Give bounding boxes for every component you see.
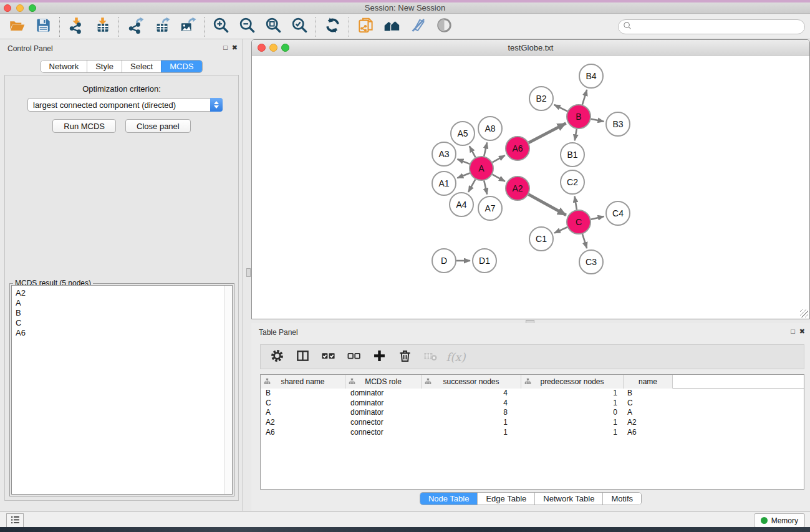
table-cell[interactable]: 1 — [422, 418, 521, 428]
graph-node-A2[interactable]: A2 — [506, 177, 529, 200]
table-cell[interactable]: A6 — [261, 428, 345, 438]
result-scrollbar[interactable] — [224, 286, 232, 494]
zoom-fit-button[interactable] — [263, 16, 284, 37]
network-maximize-button[interactable] — [281, 44, 289, 52]
open-session-button[interactable] — [6, 16, 27, 37]
table-row[interactable]: Adominator80A — [261, 408, 804, 418]
export-image-button[interactable] — [177, 16, 198, 37]
table-settings-button[interactable] — [269, 349, 285, 365]
table-cell[interactable]: 0 — [521, 408, 624, 418]
table-cell[interactable]: B — [261, 389, 345, 399]
graph-node-B3[interactable]: B3 — [606, 112, 630, 136]
deselect-all-button[interactable] — [345, 349, 362, 365]
minimize-window-button[interactable] — [16, 4, 24, 12]
table-cell[interactable]: 1 — [422, 428, 521, 438]
maximize-window-button[interactable] — [29, 4, 36, 12]
edge-C-C3[interactable] — [582, 234, 587, 248]
edge-A-A4[interactable] — [468, 180, 475, 192]
apply-layout-button[interactable] — [322, 16, 343, 37]
table-cell[interactable]: C — [261, 399, 345, 409]
edge-C-C4[interactable] — [591, 216, 604, 220]
graph-node-C3[interactable]: C3 — [579, 250, 603, 274]
graph-node-A8[interactable]: A8 — [478, 117, 502, 140]
graph-node-D1[interactable]: D1 — [473, 249, 496, 273]
edge-A-A1[interactable] — [457, 173, 470, 178]
column-header-MCDS-role[interactable]: MCDS role — [345, 375, 422, 389]
run-mcds-button[interactable]: Run MCDS — [52, 119, 116, 133]
table-cell[interactable]: A2 — [261, 418, 345, 428]
close-panel-icon[interactable]: ✖ — [232, 44, 238, 52]
show-columns-button[interactable] — [294, 349, 311, 365]
graph-node-B1[interactable]: B1 — [561, 143, 584, 167]
table-cell[interactable]: dominator — [345, 408, 422, 418]
graph-node-A7[interactable]: A7 — [478, 196, 502, 220]
tab-style[interactable]: Style — [87, 60, 122, 72]
edge-A-A6[interactable] — [493, 155, 505, 162]
table-cell[interactable]: 1 — [521, 418, 624, 428]
select-all-button[interactable] — [320, 349, 336, 365]
edge-B-B1[interactable] — [575, 129, 577, 141]
graph-node-A5[interactable]: A5 — [451, 122, 475, 145]
save-session-button[interactable] — [32, 16, 54, 37]
edge-A6-B[interactable] — [529, 123, 566, 143]
zoom-in-button[interactable] — [210, 16, 231, 37]
search-box[interactable] — [618, 19, 805, 34]
table-cell[interactable]: connector — [345, 418, 422, 428]
float-table-panel-icon[interactable]: □ — [791, 327, 795, 336]
search-input[interactable] — [633, 22, 789, 32]
criterion-dropdown[interactable]: largest connected component (directed) — [27, 98, 223, 112]
memory-button[interactable]: Memory — [754, 513, 805, 528]
bird-eye-view-button[interactable] — [433, 16, 455, 37]
graph-node-A4[interactable]: A4 — [450, 193, 473, 216]
vertical-splitter-handle[interactable] — [246, 268, 251, 277]
graph-node-B[interactable]: B — [567, 105, 591, 128]
table-cell[interactable]: C — [624, 399, 673, 409]
table-cell[interactable]: 1 — [521, 389, 624, 399]
graph-node-C[interactable]: C — [567, 210, 591, 234]
window-resize-grip[interactable] — [800, 309, 808, 317]
zoom-selected-button[interactable] — [289, 16, 310, 37]
edge-A-A8[interactable] — [484, 142, 487, 156]
zoom-out-button[interactable] — [236, 16, 258, 37]
float-panel-icon[interactable]: □ — [223, 44, 228, 52]
network-close-button[interactable] — [258, 44, 266, 52]
tab-edge-table[interactable]: Edge Table — [477, 493, 534, 505]
mcds-result-textarea[interactable]: A2ABCA6 — [11, 285, 233, 495]
graph-node-A1[interactable]: A1 — [432, 172, 456, 195]
edge-C-C1[interactable] — [554, 227, 567, 233]
graph-node-D[interactable]: D — [432, 249, 456, 273]
tab-network-table[interactable]: Network Table — [534, 493, 602, 505]
add-row-button[interactable] — [371, 349, 387, 365]
graph-node-B2[interactable]: B2 — [529, 87, 553, 110]
edge-A-A2[interactable] — [493, 175, 505, 181]
import-table-button[interactable] — [92, 16, 113, 37]
table-row[interactable]: Bdominator41B — [261, 389, 804, 399]
delete-row-button[interactable] — [397, 349, 413, 365]
column-header-predecessor-nodes[interactable]: predecessor nodes — [521, 375, 624, 389]
graph-node-B4[interactable]: B4 — [579, 64, 603, 88]
edge-B-B2[interactable] — [554, 105, 567, 111]
import-network-button[interactable] — [65, 16, 87, 37]
first-neighbors-button[interactable] — [381, 16, 402, 37]
edge-A-A7[interactable] — [484, 181, 487, 195]
graph-node-A[interactable]: A — [470, 157, 493, 180]
edge-B-B3[interactable] — [591, 119, 604, 122]
graph-node-C1[interactable]: C1 — [529, 227, 553, 251]
edge-A-A3[interactable] — [457, 159, 470, 164]
network-minimize-button[interactable] — [269, 44, 277, 52]
graph-node-C4[interactable]: C4 — [606, 201, 630, 225]
tab-motifs[interactable]: Motifs — [602, 493, 641, 505]
table-cell[interactable]: dominator — [345, 399, 422, 409]
graph-node-A6[interactable]: A6 — [506, 137, 529, 160]
edge-B-B4[interactable] — [582, 90, 587, 105]
table-cell[interactable]: connector — [345, 428, 422, 438]
table-cell[interactable]: A — [261, 408, 345, 418]
clone-network-button[interactable] — [355, 16, 376, 37]
table-cell[interactable]: A6 — [624, 428, 673, 438]
table-cell[interactable]: B — [624, 389, 673, 399]
column-header-name[interactable]: name — [624, 375, 673, 389]
tab-select[interactable]: Select — [122, 60, 161, 72]
network-view-titlebar[interactable]: testGlobe.txt — [252, 40, 809, 56]
tab-network[interactable]: Network — [41, 60, 87, 72]
table-cell[interactable]: 8 — [422, 408, 521, 418]
